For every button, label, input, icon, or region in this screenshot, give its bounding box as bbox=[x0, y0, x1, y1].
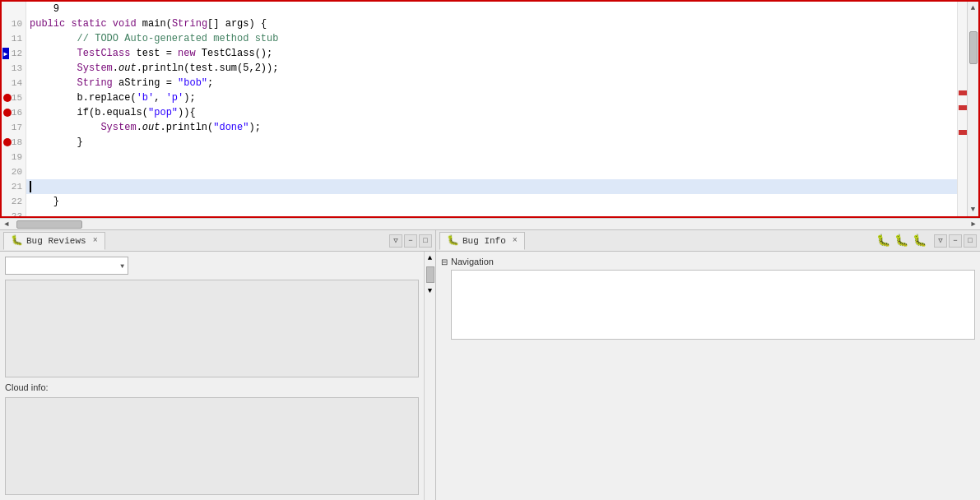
code-line-23 bbox=[26, 209, 957, 216]
editor-horizontal-scrollbar[interactable]: ◄ ► bbox=[0, 218, 980, 229]
bug-info-maximize-btn[interactable]: □ bbox=[964, 234, 977, 248]
error-marker-3 bbox=[959, 130, 967, 135]
bug-reviews-minimize-btn[interactable]: ▽ bbox=[389, 234, 402, 248]
bug-info-tab-controls: 🐛 🐛 🐛 ▽ − □ bbox=[875, 233, 977, 249]
scrollbar-down-arrow[interactable]: ▼ bbox=[968, 203, 979, 216]
h-scroll-thumb[interactable] bbox=[16, 220, 82, 229]
bug-info-panel: 🐛 Bug Info × 🐛 🐛 🐛 ▽ − □ ⊟ Navigation bbox=[436, 230, 980, 500]
bug-reviews-side-scroll[interactable]: ▲ ▼ bbox=[424, 252, 435, 500]
cloud-info-text-area[interactable] bbox=[5, 397, 419, 495]
code-line-13: System.out.println(test.sum(5,2)); bbox=[26, 61, 957, 76]
code-editor[interactable]: 10 11 ▶ 12 13 14 15 16 17 18 19 20 21 22… bbox=[0, 0, 980, 218]
bug-reviews-maximize-btn[interactable]: □ bbox=[419, 234, 432, 248]
h-scroll-right-arrow[interactable]: ► bbox=[967, 219, 980, 230]
bug-info-close-btn[interactable]: × bbox=[513, 236, 518, 245]
error-marker-2 bbox=[959, 105, 967, 110]
bug-reviews-icon: 🐛 bbox=[11, 234, 23, 247]
bug-info-minimize-btn[interactable]: ▽ bbox=[934, 234, 947, 248]
nav-expand-icon[interactable]: ⊟ bbox=[441, 257, 448, 266]
code-line-19 bbox=[26, 150, 957, 164]
side-scroll-up[interactable]: ▲ bbox=[425, 252, 435, 265]
scrollbar-up-arrow[interactable]: ▲ bbox=[968, 2, 979, 15]
bug-reviews-tab-label: Bug Reviews bbox=[26, 236, 86, 246]
nav-header: ⊟ Navigation bbox=[441, 257, 975, 266]
bottom-panels: 🐛 Bug Reviews × ▽ − □ ▼ Cloud info: bbox=[0, 229, 980, 500]
code-line-9: 9 bbox=[26, 2, 957, 16]
code-line-14: String aString = "bob"; bbox=[26, 76, 957, 90]
error-marker-1 bbox=[959, 90, 967, 95]
bug-action-icons: 🐛 🐛 🐛 bbox=[875, 233, 927, 249]
bug-action-icon-3[interactable]: 🐛 bbox=[911, 233, 927, 249]
code-line-18: } bbox=[26, 135, 957, 150]
bug-info-tab-bar: 🐛 Bug Info × 🐛 🐛 🐛 ▽ − □ bbox=[436, 230, 980, 252]
code-line-11: // TODO Auto-generated method stub bbox=[26, 31, 957, 46]
cloud-info-label: Cloud info: bbox=[5, 382, 419, 392]
bug-info-content: ⊟ Navigation bbox=[436, 252, 980, 500]
code-line-20 bbox=[26, 164, 957, 179]
bug-info-tab-label: Bug Info bbox=[462, 236, 506, 246]
side-scroll-thumb[interactable] bbox=[426, 266, 434, 283]
bug-reviews-hide-btn[interactable]: − bbox=[404, 234, 417, 248]
bug-reviews-tab-bar: 🐛 Bug Reviews × ▽ − □ bbox=[0, 230, 435, 252]
bug-info-icon: 🐛 bbox=[447, 234, 459, 247]
line-numbers: 10 11 ▶ 12 13 14 15 16 17 18 19 20 21 22… bbox=[2, 2, 26, 216]
code-line-10: public static void main(String[] args) { bbox=[26, 16, 957, 31]
bug-action-icon-1[interactable]: 🐛 bbox=[875, 233, 891, 249]
code-line-15: b.replace('b', 'p'); bbox=[26, 90, 957, 105]
bug-action-icon-2[interactable]: 🐛 bbox=[893, 233, 909, 249]
code-line-17: System.out.println("done"); bbox=[26, 120, 957, 135]
side-scroll-down[interactable]: ▼ bbox=[425, 285, 435, 298]
code-line-12: TestClass test = new TestClass(); bbox=[26, 46, 957, 61]
code-line-21 bbox=[26, 179, 957, 194]
bug-info-tab[interactable]: 🐛 Bug Info × bbox=[439, 232, 525, 250]
bug-reviews-close-btn[interactable]: × bbox=[93, 236, 98, 245]
bug-reviews-panel: 🐛 Bug Reviews × ▽ − □ ▼ Cloud info: bbox=[0, 230, 436, 500]
bug-reviews-dropdown[interactable]: ▼ bbox=[5, 257, 128, 275]
bug-reviews-text-area[interactable] bbox=[5, 280, 419, 377]
bug-info-hide-btn[interactable]: − bbox=[949, 234, 962, 248]
code-lines[interactable]: 9 public static void main(String[] args)… bbox=[26, 2, 957, 216]
nav-content-box[interactable] bbox=[451, 270, 975, 340]
code-line-16: if(b.equals("pop")){ bbox=[26, 105, 957, 120]
nav-header-label: Navigation bbox=[451, 257, 494, 266]
navigation-section: ⊟ Navigation bbox=[441, 257, 975, 340]
bug-reviews-content: ▼ Cloud info: bbox=[0, 252, 424, 500]
side-markers bbox=[957, 2, 967, 216]
bug-reviews-tab-controls: ▽ − □ bbox=[389, 234, 432, 248]
h-scroll-left-arrow[interactable]: ◄ bbox=[0, 219, 13, 230]
dropdown-arrow-icon: ▼ bbox=[120, 262, 124, 270]
scrollbar-thumb[interactable] bbox=[969, 31, 978, 64]
editor-vertical-scrollbar[interactable]: ▲ ▼ bbox=[967, 2, 978, 216]
code-line-22: } bbox=[26, 194, 957, 209]
bug-reviews-tab[interactable]: 🐛 Bug Reviews × bbox=[3, 232, 105, 250]
